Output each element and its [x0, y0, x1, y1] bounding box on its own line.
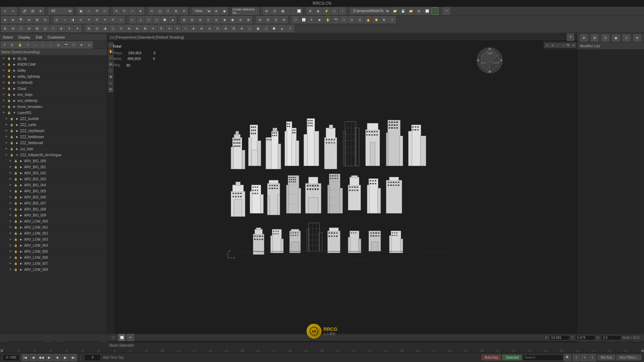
- view-dropdown[interactable]: View: [192, 8, 212, 14]
- expand-icon-9[interactable]: ▼: [12, 111, 17, 115]
- extra-btn6[interactable]: ⊕: [125, 25, 133, 32]
- rad-btn[interactable]: ◎: [356, 16, 364, 23]
- angsnap-btn[interactable]: ⊠: [34, 16, 41, 23]
- rp-btn6[interactable]: ⊗: [634, 34, 641, 42]
- tree-item-zzz-fieldblower[interactable]: 👁🔒▶ZZZ_fieldblower: [0, 134, 107, 140]
- menu-customize[interactable]: Customize: [46, 35, 66, 39]
- tree-item-arv-big-000[interactable]: 👁🔒▶ARV_BIG_000: [0, 158, 107, 164]
- eye-icon-9[interactable]: 👁: [1, 111, 6, 115]
- eye-icon-14[interactable]: 👁: [4, 141, 9, 145]
- expand-icon-8[interactable]: ▶: [12, 105, 17, 109]
- proj-btn1[interactable]: 📁: [391, 7, 398, 15]
- extra-btn23[interactable]: ◻: [262, 25, 270, 32]
- selected-button[interactable]: Selected: [502, 355, 522, 360]
- anim-ctrl4[interactable]: ⊙: [205, 16, 212, 23]
- select-move-btn[interactable]: ⊕: [137, 7, 144, 15]
- xform-btn7[interactable]: ⊹: [50, 25, 57, 32]
- extra-btn13[interactable]: ⊹: [182, 25, 189, 32]
- expand-icon-0[interactable]: ▶: [12, 56, 17, 61]
- expand-icon-31[interactable]: ▶: [19, 243, 23, 248]
- vp-shade-btn[interactable]: ◑: [549, 43, 555, 48]
- expand-icon-22[interactable]: ▶: [19, 189, 23, 194]
- add-key-btn[interactable]: +: [581, 354, 588, 361]
- expand-icon-34[interactable]: ▶: [19, 261, 23, 266]
- expand-icon-1[interactable]: ▶: [12, 62, 17, 67]
- geom-btn6[interactable]: ▲: [169, 16, 176, 23]
- extra-btn16[interactable]: ◎: [206, 25, 213, 32]
- xform-btn1[interactable]: ⊕: [1, 25, 9, 32]
- geom-btn1[interactable]: ▷: [129, 16, 136, 23]
- expand-icon-18[interactable]: ▶: [19, 165, 23, 170]
- anim-ctrl7[interactable]: ▣: [229, 16, 236, 23]
- env-btn[interactable]: ⬜: [300, 16, 307, 23]
- tree-item-arv-low-003[interactable]: 👁🔒▶ARV_LOW_003: [0, 237, 107, 243]
- extra-btn24[interactable]: ⬢: [270, 25, 278, 32]
- tree-item-lutility[interactable]: 👁🔒▶lutility: [0, 68, 107, 74]
- stats-btn1[interactable]: ⊞: [263, 7, 270, 15]
- video-btn[interactable]: ▶: [316, 16, 323, 23]
- refresh-btn[interactable]: ⟳: [148, 7, 156, 15]
- expand-icon-21[interactable]: ▶: [19, 183, 23, 188]
- material-btn2[interactable]: ⬡: [292, 16, 299, 23]
- tree-item-layer001[interactable]: 👁🔒▼Layer001: [0, 110, 107, 116]
- menu-display[interactable]: Display: [17, 35, 32, 39]
- xform-btn5[interactable]: ⊠: [34, 25, 41, 32]
- expand-icon-19[interactable]: ▶: [19, 171, 23, 176]
- expand-icon-2[interactable]: ▶: [12, 68, 17, 73]
- timeline-row[interactable]: ◀ 01020304050607080901001101201301401501…: [0, 349, 644, 353]
- helper-scene-btn[interactable]: ⊕: [78, 41, 85, 49]
- expand-icon-25[interactable]: ▶: [19, 207, 23, 212]
- rotate-btn[interactable]: ↻: [121, 7, 128, 15]
- light-scene-btn[interactable]: ◎: [55, 41, 62, 49]
- viewport-pin-btn[interactable]: ▾: [567, 34, 574, 41]
- display-icon-btn[interactable]: ⊡: [8, 41, 16, 49]
- eye-icon-26[interactable]: 👁: [8, 213, 13, 218]
- tree-item-arv-big-009[interactable]: 👁🔒▶ARV_BIG_009: [0, 213, 107, 219]
- mirror-btn[interactable]: ◫: [156, 7, 164, 15]
- extra-btn26[interactable]: ?: [286, 25, 294, 32]
- key-filters-button[interactable]: Key Filters...: [616, 355, 641, 360]
- close-panel-btn[interactable]: ✕: [1, 41, 8, 49]
- eye-icon-28[interactable]: 👁: [8, 225, 13, 230]
- eye-icon-18[interactable]: 👁: [8, 165, 13, 170]
- scale-btn[interactable]: ⤢: [129, 7, 136, 15]
- light-btn3[interactable]: ◑: [69, 16, 76, 23]
- expand-icon-10[interactable]: ▶: [15, 117, 19, 121]
- align-btn[interactable]: ⊞: [172, 7, 180, 15]
- vp-wire2-btn[interactable]: ⬡: [555, 43, 560, 48]
- geo-scene-btn[interactable]: ⬡: [70, 41, 77, 49]
- tree-item-arv-big-007[interactable]: 👁🔒▶ARV_BIG_007: [0, 200, 107, 206]
- light-btn1[interactable]: ◎: [53, 16, 60, 23]
- render-btn[interactable]: ▶: [315, 7, 322, 15]
- status-close-btn[interactable]: ✕: [127, 334, 134, 341]
- eye-icon-32[interactable]: 👁: [8, 249, 13, 254]
- link-scene-btn[interactable]: ⤴: [24, 41, 31, 49]
- extra-btn14[interactable]: ⊕: [190, 25, 197, 32]
- vp-cam2-btn[interactable]: 📷: [566, 43, 571, 48]
- eye-icon-25[interactable]: 👁: [8, 207, 13, 212]
- expand-icon-35[interactable]: ▶: [19, 267, 23, 272]
- filter-btn[interactable]: ↕: [32, 41, 39, 49]
- play-back-btn[interactable]: ◀◀: [38, 354, 45, 361]
- extra-btn18[interactable]: ⊞: [222, 25, 229, 32]
- magnet-btn[interactable]: ⊛: [25, 16, 33, 23]
- stats-btn5[interactable]: ⬜: [295, 7, 303, 15]
- vp-wire-btn[interactable]: ⬡: [108, 68, 113, 73]
- extra-btn25[interactable]: ▲: [278, 25, 286, 32]
- extra-btn17[interactable]: ⊡: [214, 25, 221, 32]
- current-frame-input[interactable]: [84, 354, 101, 361]
- vp-solid-btn[interactable]: ⬢: [108, 74, 113, 79]
- eye-icon-16[interactable]: 👁: [4, 153, 9, 158]
- tree-item-arv-big-004[interactable]: 👁🔒▶ARV_BIG_004: [0, 182, 107, 188]
- render2-btn[interactable]: ⬡: [340, 16, 347, 23]
- xform-btn10[interactable]: ✦: [74, 25, 81, 32]
- expand-icon-11[interactable]: ▶: [15, 123, 19, 127]
- window-btn[interactable]: □: [85, 7, 93, 15]
- expand-icon-23[interactable]: ▶: [19, 195, 23, 200]
- expand-icon-14[interactable]: ▶: [15, 141, 19, 145]
- tree-item-zzz-kitbash3d-archvogue[interactable]: 👁🔒▼ZZZ_Kitbash3d_ArchVogue: [0, 152, 107, 158]
- grab-btn[interactable]: ✋: [324, 16, 331, 23]
- extra-btn19[interactable]: ⊟: [230, 25, 237, 32]
- array-btn[interactable]: ⠿: [164, 7, 172, 15]
- tree-item-forest-templates[interactable]: 👁🔒▶forest_templates: [0, 104, 107, 110]
